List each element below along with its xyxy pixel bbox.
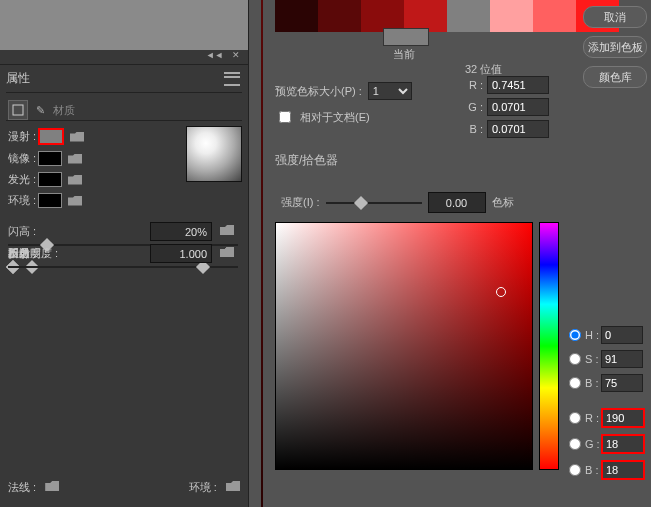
slider-label: 闪高 : xyxy=(8,224,68,239)
folder-icon[interactable] xyxy=(70,132,84,142)
map-label: 漫射 : xyxy=(8,129,38,144)
folder-icon[interactable] xyxy=(220,225,234,235)
intensity-value[interactable] xyxy=(428,192,486,213)
preview-size-select[interactable]: 1 xyxy=(368,82,412,100)
intensity-slider[interactable] xyxy=(326,202,422,204)
properties-panel: ◄◄ ✕ 属性 ✎ 材质 漫射 :镜像 :发光 :环境 : 闪高 :反射 :粗糙… xyxy=(0,0,249,507)
preview-size-label: 预览色标大小(P) : xyxy=(275,84,362,99)
svg-rect-0 xyxy=(13,105,23,115)
bottom-row: 法线 : 环境 : xyxy=(8,480,240,495)
b-input[interactable] xyxy=(601,374,643,392)
hue-slider[interactable] xyxy=(539,222,559,470)
g-int-radio[interactable] xyxy=(569,438,581,450)
swatch[interactable] xyxy=(447,0,490,32)
hsb-label: S : xyxy=(585,353,601,365)
cancel-button[interactable]: 取消 xyxy=(583,6,647,28)
swatch[interactable] xyxy=(533,0,576,32)
slider-value[interactable] xyxy=(150,222,212,241)
current-label: 当前 xyxy=(393,47,415,62)
hsb-label: H : xyxy=(585,329,601,341)
add-swatch-button[interactable]: 添加到色板 xyxy=(583,36,647,58)
r-float-input[interactable] xyxy=(487,76,549,94)
normal-label: 法线 : xyxy=(8,481,36,493)
close-icon[interactable]: ✕ xyxy=(232,50,240,60)
s-input[interactable] xyxy=(601,350,643,368)
hsb-rgb-group: H :S :B :R :G :B : xyxy=(569,326,645,486)
folder-icon[interactable] xyxy=(68,175,82,185)
relative-label: 相对于文档(E) xyxy=(300,110,370,125)
slider-thumb[interactable] xyxy=(353,195,367,209)
h-radio[interactable] xyxy=(569,329,581,341)
rgb-label: R : xyxy=(585,412,601,424)
panel-header-controls: ◄◄ ✕ xyxy=(0,50,248,65)
rgb-label: B : xyxy=(585,464,601,476)
folder-icon[interactable] xyxy=(226,481,240,491)
b-int-input[interactable] xyxy=(601,460,645,480)
intensity-title: 强度/拾色器 xyxy=(275,152,338,169)
material-sliders: 闪高 :反射 :粗糙度 :凹凸 :不透明度 :折射 : xyxy=(8,222,238,244)
env-label: 环境 : xyxy=(189,481,217,493)
bits-label: 32 位值 xyxy=(465,62,502,77)
current-color-swatch[interactable] xyxy=(383,28,429,46)
b-radio[interactable] xyxy=(569,377,581,389)
intensity-label: 强度(I) : xyxy=(281,195,320,210)
color-field-indicator[interactable] xyxy=(496,287,506,297)
hsb-label: B : xyxy=(585,377,601,389)
r-int-input[interactable] xyxy=(601,408,645,428)
folder-icon[interactable] xyxy=(45,481,59,491)
divider xyxy=(6,92,242,93)
map-label: 镜像 : xyxy=(8,151,38,166)
swatch[interactable] xyxy=(275,0,318,32)
swatch[interactable] xyxy=(490,0,533,32)
r-label: R : xyxy=(467,79,483,91)
material-label: 材质 xyxy=(53,103,75,118)
b-float-input[interactable] xyxy=(487,120,549,138)
swatch-row xyxy=(275,0,619,32)
map-label: 发光 : xyxy=(8,172,38,187)
collapse-icon[interactable]: ◄◄ xyxy=(206,50,224,60)
color-library-button[interactable]: 颜色库 xyxy=(583,66,647,88)
color-picker-dialog: 当前 取消 添加到色板 颜色库 32 位值 R : G : B : 预览色标大小… xyxy=(253,0,651,507)
slider-value[interactable] xyxy=(150,244,212,263)
relative-checkbox[interactable] xyxy=(279,111,291,123)
folder-icon[interactable] xyxy=(220,247,234,257)
map-label: 环境 : xyxy=(8,193,38,208)
rgb-float-group: R : G : B : xyxy=(467,76,549,142)
material-picker-icon[interactable] xyxy=(8,100,28,120)
map-swatch[interactable] xyxy=(38,193,62,208)
map-swatch[interactable] xyxy=(38,151,62,166)
slider-label: 折射 : xyxy=(8,246,68,261)
b-int-radio[interactable] xyxy=(569,464,581,476)
panel-title: 属性 xyxy=(6,70,30,87)
g-int-input[interactable] xyxy=(601,434,645,454)
g-label: G : xyxy=(467,101,483,113)
g-float-input[interactable] xyxy=(487,98,549,116)
material-maps: 漫射 :镜像 :发光 :环境 : xyxy=(8,128,84,214)
menu-icon[interactable] xyxy=(224,72,240,86)
s-radio[interactable] xyxy=(569,353,581,365)
color-field[interactable] xyxy=(275,222,533,470)
map-swatch[interactable] xyxy=(38,128,64,145)
intensity-suffix: 色标 xyxy=(492,195,514,210)
swatch[interactable] xyxy=(318,0,361,32)
material-preview-sphere[interactable] xyxy=(186,126,242,182)
brush-icon[interactable]: ✎ xyxy=(36,104,45,117)
folder-icon[interactable] xyxy=(68,154,82,164)
rgb-label: G : xyxy=(585,438,601,450)
folder-icon[interactable] xyxy=(68,196,82,206)
dialog-left-edge xyxy=(261,0,263,507)
b-label: B : xyxy=(467,123,483,135)
r-int-radio[interactable] xyxy=(569,412,581,424)
divider xyxy=(6,120,242,121)
map-swatch[interactable] xyxy=(38,172,62,187)
h-input[interactable] xyxy=(601,326,643,344)
panel-spacer xyxy=(0,0,248,50)
